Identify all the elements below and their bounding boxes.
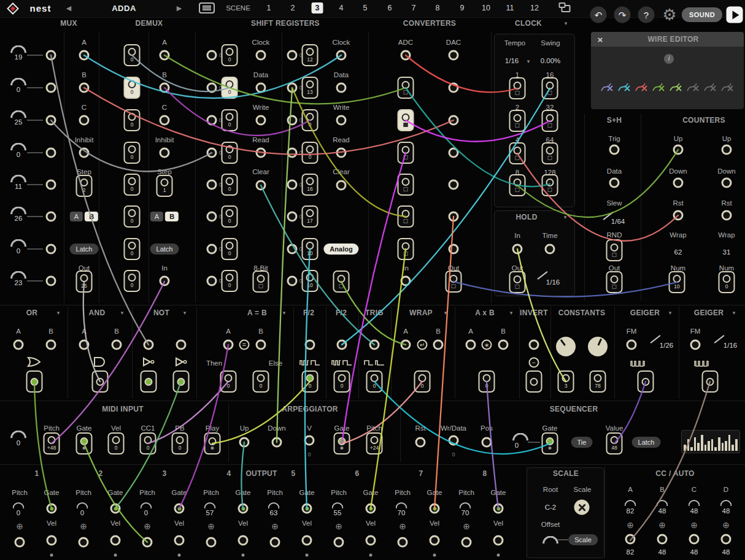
out2-pitch-port[interactable] (79, 537, 89, 548)
wrap-b-port[interactable] (433, 340, 444, 350)
scene-button-9[interactable]: 9 (457, 2, 468, 13)
duplicate-scene-icon[interactable] (562, 5, 571, 12)
wire-delete-icon[interactable] (720, 80, 734, 93)
dac-port[interactable] (449, 50, 459, 61)
cc-a-port[interactable] (625, 534, 636, 545)
arp-v-port[interactable] (304, 435, 315, 446)
out3-pitch-knob[interactable] (141, 502, 152, 508)
chevron-down-icon[interactable]: ▾ (669, 310, 672, 316)
sr-right-cell-jack-6[interactable]: 17 (302, 205, 318, 228)
mux-input-knob-2[interactable] (10, 78, 26, 86)
sr-right-tap-port-6[interactable] (287, 212, 298, 222)
mux-a-port[interactable] (79, 50, 90, 61)
sr-right-tap-port-2[interactable] (287, 83, 298, 93)
sr-right-tap-port-7[interactable] (287, 244, 298, 255)
f2a-in-port[interactable] (305, 340, 315, 350)
plus-trim-icon[interactable]: ⊕ (463, 522, 470, 531)
midi-pb-jack[interactable]: 0 (172, 432, 188, 455)
counter1-up-port[interactable] (673, 145, 684, 155)
mux-input-knob-8[interactable] (10, 271, 26, 279)
sh-trig-port[interactable] (609, 145, 620, 155)
scene-button-3[interactable]: 3 (312, 2, 323, 13)
plus-trim-icon[interactable]: ⊕ (207, 522, 215, 531)
out3-vel-port[interactable] (174, 535, 185, 546)
clock-div-jack-16[interactable] (542, 77, 558, 99)
sr-left-cell-jack-4[interactable]: 0 (222, 142, 238, 164)
and-out-jack[interactable] (92, 370, 109, 393)
out6-gate-port[interactable] (366, 504, 376, 514)
scene-button-7[interactable]: 7 (408, 2, 420, 13)
out7-gate-port[interactable] (430, 504, 440, 514)
mux-input-knob-3[interactable] (10, 110, 26, 118)
mux-input-knob-1[interactable] (10, 45, 26, 53)
sr-left-tap-port-3[interactable] (207, 115, 217, 126)
scene-button-1[interactable]: 1 (263, 2, 275, 13)
scene-button-11[interactable]: 11 (503, 2, 518, 13)
cc-c-port[interactable] (689, 534, 700, 545)
out1-vel-port[interactable] (47, 535, 57, 546)
sr-right-cell-jack-7[interactable]: 10 (302, 238, 318, 260)
out7-vel-port[interactable] (430, 535, 440, 546)
plus-trim-icon[interactable]: ⊕ (16, 522, 23, 531)
out4-pitch-port[interactable] (206, 537, 217, 548)
sr-left-clear-port[interactable] (256, 180, 266, 191)
chevron-down-icon[interactable]: ▾ (510, 310, 513, 316)
geiger2-fm-port[interactable] (690, 340, 701, 350)
adc-bit-jack-1[interactable] (398, 77, 414, 99)
prev-patch-button[interactable]: ◀ (66, 4, 71, 12)
clock-div-jack-32[interactable] (542, 110, 558, 132)
clock-div-jack-8[interactable] (509, 174, 526, 196)
plus-trim-icon[interactable]: ⊕ (722, 521, 730, 529)
constant-jack-1[interactable]: 3 (558, 370, 574, 393)
mux-input-port-6[interactable] (46, 212, 56, 222)
swing-value[interactable]: 0.00% (541, 57, 561, 64)
aeqb-a-port[interactable] (223, 340, 234, 350)
seq-knob[interactable] (512, 433, 528, 441)
demux-out-jack-3[interactable]: 0 (124, 109, 141, 131)
wrap-out-jack[interactable]: 0 (414, 370, 431, 393)
counter2-up-port[interactable] (722, 145, 732, 155)
out5-pitch-knob[interactable] (268, 502, 280, 508)
sr-left-tap-port-4[interactable] (207, 148, 217, 158)
plus-trim-icon[interactable]: ⊕ (627, 521, 634, 529)
plus-trim-icon[interactable]: ⊕ (690, 521, 698, 529)
clock-div-jack-2[interactable] (509, 110, 526, 132)
f2a-out-jack[interactable]: 0 (302, 370, 318, 393)
axb-a-port[interactable] (466, 340, 476, 350)
arp-gate-jack[interactable] (334, 432, 350, 455)
arp-down-port[interactable] (272, 437, 282, 448)
not1-out-jack[interactable] (141, 370, 157, 393)
patch-wire[interactable] (342, 153, 406, 443)
sr-right-cell-jack-8[interactable]: 10 (302, 270, 318, 292)
mux-input-port-7[interactable] (46, 244, 56, 255)
and-a-port[interactable] (79, 340, 90, 350)
settings-gear-icon[interactable]: ⚙ (662, 6, 676, 25)
dac-bit-port-3[interactable] (449, 148, 459, 158)
mux-input-port-1[interactable] (46, 50, 56, 61)
demux-latch-button[interactable]: Latch (150, 244, 179, 255)
f2b-out-jack[interactable]: 0 (334, 370, 350, 393)
f2b-in-port[interactable] (337, 340, 347, 350)
and-b-port[interactable] (112, 340, 122, 350)
axb-out-jack[interactable]: 0 (479, 370, 495, 393)
out1-gate-port[interactable] (47, 504, 57, 514)
aeqb-else-jack[interactable]: 0 (253, 370, 269, 393)
mux-ab-a[interactable]: A (70, 212, 83, 221)
clock-div-jack-4[interactable] (509, 142, 526, 164)
play-button[interactable] (727, 7, 743, 23)
wrap-a-port[interactable] (401, 340, 411, 350)
adc-bit-jack-3[interactable] (398, 142, 414, 164)
arp-pitch-jack[interactable]: +24 (366, 432, 383, 455)
midi-play-jack[interactable] (204, 432, 221, 455)
scene-button-10[interactable]: 10 (478, 2, 494, 13)
mux-input-knob-5[interactable] (10, 175, 26, 183)
sr-right-clock-port[interactable] (336, 50, 347, 61)
trig-out-jack[interactable]: 0 (366, 370, 383, 393)
out6-pitch-port[interactable] (334, 537, 344, 548)
sr-left-read-port[interactable] (256, 148, 266, 158)
hold-in-port[interactable] (512, 244, 523, 255)
arp-up-port[interactable] (239, 437, 250, 448)
dac-bit-port-5[interactable] (449, 212, 459, 222)
plus-trim-icon[interactable]: ⊕ (80, 522, 87, 531)
axb-b-port[interactable] (498, 340, 509, 350)
